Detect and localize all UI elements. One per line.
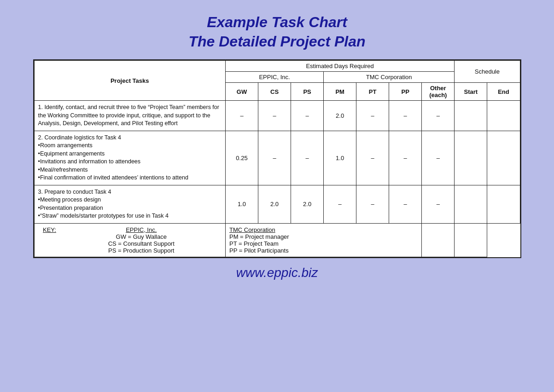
row2-start xyxy=(455,131,487,185)
row2-pt: – xyxy=(356,131,389,185)
col-pp-header: PP xyxy=(389,83,422,101)
estimated-days-header: Estimated Days Required xyxy=(225,61,454,72)
row1-pm: 2.0 xyxy=(324,101,356,131)
page-title: Example Task Chart The Detailed Project … xyxy=(188,13,365,51)
row3-pm: – xyxy=(324,185,356,223)
row2-pm: 1.0 xyxy=(324,131,356,185)
table-row: 3. Prepare to conduct Task 4•Meeting pro… xyxy=(34,185,520,223)
project-tasks-header: Project Tasks xyxy=(34,61,225,101)
row3-other: – xyxy=(422,185,455,223)
tmc-key-title: TMC Corporation xyxy=(229,226,418,233)
row1-end xyxy=(487,101,520,131)
row3-gw: 1.0 xyxy=(225,185,258,223)
col-ps-header: PS xyxy=(291,83,324,101)
row1-start xyxy=(455,101,487,131)
row3-pt: – xyxy=(356,185,389,223)
table-wrapper: Project Tasks Estimated Days Required Sc… xyxy=(33,59,521,258)
key-start-cell xyxy=(422,223,455,257)
key-eppic-cell: EPPIC, Inc. GW = Guy Wallace CS = Consul… xyxy=(61,226,222,254)
row1-pt: – xyxy=(356,101,389,131)
row2-end xyxy=(487,131,520,185)
key-end-cell xyxy=(455,223,487,257)
row2-cs: – xyxy=(258,131,291,185)
task-chart-table: Project Tasks Estimated Days Required Sc… xyxy=(34,60,520,257)
eppic-key-line2: CS = Consultant Support xyxy=(61,240,222,247)
key-label: KEY: xyxy=(43,226,56,233)
eppic-key-line3: PS = Production Support xyxy=(61,247,222,254)
row1-other: – xyxy=(422,101,455,131)
eppic-header: EPPIC, Inc. xyxy=(225,72,323,83)
row1-gw: – xyxy=(225,101,258,131)
table-row: 1. Identify, contact, and recruit three … xyxy=(34,101,520,131)
key-cell: KEY: EPPIC, Inc. GW = Guy Wallace CS = C… xyxy=(34,223,225,257)
tmc-key-line1: PM = Project manager xyxy=(229,233,418,240)
row1-cs: – xyxy=(258,101,291,131)
row2-gw: 0.25 xyxy=(225,131,258,185)
col-end-header: End xyxy=(487,83,520,101)
key-inner-row: KEY: EPPIC, Inc. GW = Guy Wallace CS = C… xyxy=(38,226,222,254)
task-3: 3. Prepare to conduct Task 4•Meeting pro… xyxy=(34,185,225,223)
schedule-header: Schedule xyxy=(455,61,520,83)
header-row-1: Project Tasks Estimated Days Required Sc… xyxy=(34,61,520,72)
key-row: KEY: EPPIC, Inc. GW = Guy Wallace CS = C… xyxy=(34,223,520,257)
row3-start xyxy=(455,185,487,223)
tmc-header: TMC Corporation xyxy=(324,72,455,83)
row2-ps: – xyxy=(291,131,324,185)
row3-end xyxy=(487,185,520,223)
tmc-key-line2: PT = Project Team xyxy=(229,240,418,247)
row2-pp: – xyxy=(389,131,422,185)
col-cs-header: CS xyxy=(258,83,291,101)
tmc-key-line3: PP = Pilot Participants xyxy=(229,247,418,254)
eppic-key-line1: GW = Guy Wallace xyxy=(61,233,222,240)
task-1: 1. Identify, contact, and recruit three … xyxy=(34,101,225,131)
table-row: 2. Coordinate logistics for Task 4•Room … xyxy=(34,131,520,185)
row1-ps: – xyxy=(291,101,324,131)
col-other-header: Other(each) xyxy=(422,83,455,101)
col-pt-header: PT xyxy=(356,83,389,101)
task-2: 2. Coordinate logistics for Task 4•Room … xyxy=(34,131,225,185)
row3-pp: – xyxy=(389,185,422,223)
row2-other: – xyxy=(422,131,455,185)
key-tmc-cell: TMC Corporation PM = Project manager PT … xyxy=(225,223,421,257)
key-inner-table: KEY: EPPIC, Inc. GW = Guy Wallace CS = C… xyxy=(38,226,222,254)
row3-cs: 2.0 xyxy=(258,185,291,223)
footer-url: www.eppic.biz xyxy=(236,265,318,280)
row1-pp: – xyxy=(389,101,422,131)
eppic-key-title: EPPIC, Inc. xyxy=(61,226,222,233)
col-pm-header: PM xyxy=(324,83,356,101)
col-start-header: Start xyxy=(455,83,487,101)
col-gw-header: GW xyxy=(225,83,258,101)
row3-ps: 2.0 xyxy=(291,185,324,223)
key-label-cell: KEY: xyxy=(38,226,61,254)
